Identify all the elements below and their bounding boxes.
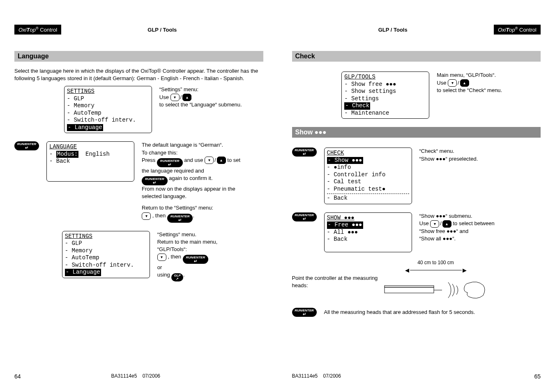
page-64: OxiTop® Control GLP / Tools Language Sel… [0,0,278,392]
lcd-line: - Show settings [344,88,426,95]
bullets-icon: ●●● [447,228,456,234]
spread: OxiTop® Control GLP / Tools Language Sel… [0,0,555,392]
note-line: to select between [453,220,495,226]
lcd-selected: - Free ●●● [327,221,363,229]
up-key-icon: ▴ [182,94,191,101]
brand-badge: OxiTop® Control [14,25,61,35]
lcd-line: - AutoTemp [67,110,149,117]
lcd-line: - All ●●● [327,229,409,236]
svg-rect-1 [385,286,434,287]
note-line: using [157,272,170,278]
bullets-icon: ●●● [386,81,396,88]
section-title: GLP / Tools [61,27,263,33]
section-title: GLP / Tools [292,27,494,33]
lcd-selected: - Language [67,124,103,131]
lcd-line: - Show free [344,81,386,88]
row-settings-1: SETTINGS - GLP - Memory - AutoTemp - Swi… [14,86,263,133]
note-1: “Settings” menu: Use ▾/▴ to select the “… [159,86,246,108]
up-key-icon: ▴ [217,157,226,164]
lcd-check: CHECK - Show ●●● - ●info - Controller in… [324,148,412,204]
lcd-line: - Switch-off interv. [65,262,147,269]
lcd-line: - GLP [67,95,149,103]
page-number: 65 [534,373,541,380]
run-enter-button-icon: RUN/ENTER↵ [292,148,317,157]
lcd-line: - Back [327,194,409,202]
footer: 64 BA31114e5 07/2006 [14,373,263,380]
lcd-line: - Cal test [327,178,409,186]
lcd-title: CHECK [327,150,409,157]
lcd-title: SETTINGS [65,233,147,240]
bullets-icon: ●●● [436,213,446,219]
glp-button-icon: GLP↗ [171,273,183,281]
note-line: “Show [419,156,436,162]
up-down-keys: ▾/▴ [448,79,469,87]
point-controller-row: Point the controller at the measuring he… [292,260,541,304]
run-enter-button-icon: RUN/ENTER↵ [292,212,317,221]
brand-badge: OxiTop® Control [494,25,541,35]
note-line: “ submenu. [446,213,472,219]
heading-check: Check [292,51,541,62]
note-line: “Show all [419,235,443,242]
note-r2: “Check“ menu. “Show ●●●“ preselected. [419,148,510,162]
svg-rect-0 [385,287,434,293]
doc-id: BA31114e5 07/2006 [292,373,341,380]
lcd-settings-1: SETTINGS - GLP - Memory - AutoTemp - Swi… [64,86,152,133]
lcd-line: - Pneumatic test● [327,186,409,193]
note-line: “Settings” menu: [159,86,246,93]
note-line: again to confirm it. [169,175,212,181]
lcd-title: GLP/TOOLS [344,74,426,81]
down-key-icon: ▾ [157,254,166,261]
lcd-line: - Back [327,236,409,243]
note-line: Return to the main menu, “GLP/Tools“: [157,238,248,253]
note-line: or [157,264,248,271]
lcd-line: - Controller info [327,171,409,179]
run-enter-button-icon: RUN/ENTER↵ [167,214,193,223]
row-language: RUN/ENTER↵ LANGUAGE - Modus: English - B… [14,141,263,222]
note-line: Main menu, “GLP/Tools“. [437,71,523,79]
lcd-line: - ●info [327,164,409,171]
distance-label: 40 cm to 100 cm [417,260,454,265]
down-key-icon: ▾ [448,79,457,87]
heading-show: Show ●●● [292,127,541,138]
heading-language: Language [14,51,263,62]
lcd-language: LANGUAGE - Modus: English - Back [46,141,134,182]
lcd-line: - Back [49,158,131,165]
down-key-icon: ▾ [170,94,180,101]
bullets-icon: ●●● [315,129,327,136]
distance-arrow-icon: ◀▶ [405,267,467,273]
up-key-icon: ▴ [460,79,469,87]
footer: BA31114e5 07/2006 65 [292,373,541,380]
lcd-line: - Memory [67,102,149,110]
note-line: to select the “Check“ menu. [437,87,523,94]
down-key-icon: ▾ [205,157,214,164]
note-3: “Settings“ menu. Return to the main menu… [157,231,248,282]
header: OxiTop® Control GLP / Tools [14,25,263,35]
bullets-icon: ●●● [436,156,446,162]
down-key-icon: ▾ [430,220,439,228]
page-number: 64 [14,373,21,380]
note-line: , then [152,212,166,219]
flash-text: All the measuring heads that are address… [324,309,475,316]
run-enter-button-icon: RUN/ENTER↵ [14,141,39,150]
lcd-selected: Modus: [56,151,78,158]
note-line: Use [159,94,169,100]
page-65: GLP / Tools OxiTop® Control Check GLP/TO… [278,0,555,392]
bullets-icon: ●●● [443,235,453,242]
up-key-icon: ▴ [442,220,451,228]
note-line: “ preselected. [446,156,478,162]
row-settings-2: SETTINGS - GLP - Memory - AutoTemp - Swi… [14,231,263,282]
row-check: RUN/ENTER↵ CHECK - Show ●●● - ●info - Co… [292,148,541,204]
note-line: “. [452,235,456,242]
lcd-title: LANGUAGE [49,143,131,151]
note-2: The default language is “German“. To cha… [142,141,249,222]
note-line: The default language is “German“. [142,141,249,149]
point-text: Point the controller at the measuring he… [292,274,391,289]
lcd-selected: - Check [344,102,370,110]
lcd-line: - Settings [344,95,426,103]
lcd-line: - GLP [65,240,147,247]
distance-block: 40 cm to 100 cm ◀▶ [403,260,469,304]
lcd-value: English [85,151,110,157]
note-line: , then [168,254,181,260]
run-enter-button-icon: RUN/ENTER↵ [183,255,209,264]
lcd-selected: - Language [65,269,101,276]
